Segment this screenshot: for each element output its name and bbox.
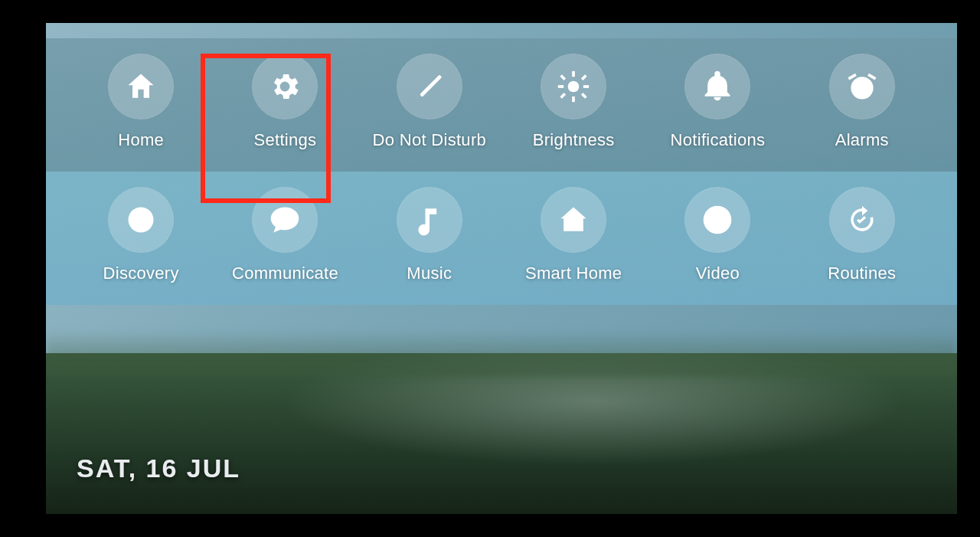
settings-label: Settings (254, 130, 317, 150)
brightness-button[interactable]: Brightness (501, 54, 645, 150)
speech-bubble-icon (252, 187, 318, 253)
svg-rect-5 (583, 85, 589, 88)
svg-rect-3 (572, 97, 575, 102)
smart-home-label: Smart Home (525, 264, 622, 283)
smart-home-button[interactable]: Smart Home (501, 187, 645, 283)
do-not-disturb-label: Do Not Disturb (373, 130, 486, 150)
gear-icon (252, 54, 318, 120)
notifications-label: Notifications (671, 130, 766, 150)
wallpaper-landscape (46, 353, 957, 514)
brightness-label: Brightness (533, 130, 615, 150)
routines-icon (829, 187, 895, 253)
notifications-button[interactable]: Notifications (645, 54, 789, 150)
home-icon (108, 54, 174, 120)
do-not-disturb-button[interactable]: Do Not Disturb (358, 54, 501, 150)
device-screen: Home Settings Do Not Disturb Brightness (46, 23, 957, 514)
alarms-label: Alarms (835, 130, 889, 150)
routines-label: Routines (828, 264, 896, 283)
moon-slash-icon (397, 54, 462, 120)
home-label: Home (118, 130, 164, 150)
home-button[interactable]: Home (69, 54, 213, 150)
svg-rect-9 (560, 93, 567, 99)
music-label: Music (407, 264, 452, 283)
video-button[interactable]: Video (645, 187, 789, 283)
alarm-clock-icon (829, 54, 895, 120)
svg-rect-19 (570, 223, 578, 224)
brightness-icon (541, 54, 606, 120)
communicate-button[interactable]: Communicate (213, 187, 357, 283)
discovery-button[interactable]: Discovery (69, 187, 213, 283)
alarms-button[interactable]: Alarms (790, 54, 934, 150)
communicate-label: Communicate (232, 264, 338, 283)
svg-rect-4 (558, 85, 564, 88)
svg-point-1 (568, 81, 580, 93)
bell-icon (684, 54, 750, 120)
discovery-label: Discovery (103, 264, 179, 283)
quick-settings-row-bottom: Discovery Communicate Music Smart Home (46, 172, 957, 305)
video-label: Video (696, 264, 740, 283)
svg-rect-12 (861, 87, 867, 90)
svg-rect-2 (572, 71, 575, 77)
date-label: SAT, 16 JUL (77, 454, 240, 483)
smart-home-icon (541, 187, 606, 253)
quick-settings-panel: Home Settings Do Not Disturb Brightness (46, 38, 957, 305)
quick-settings-row-top: Home Settings Do Not Disturb Brightness (46, 38, 957, 172)
svg-rect-7 (581, 93, 587, 99)
svg-rect-8 (581, 74, 587, 80)
play-icon (684, 187, 750, 253)
svg-rect-6 (560, 74, 567, 80)
music-button[interactable]: Music (358, 187, 501, 283)
compass-icon (108, 187, 174, 253)
settings-button[interactable]: Settings (213, 54, 357, 150)
music-note-icon (397, 187, 462, 253)
routines-button[interactable]: Routines (790, 187, 934, 283)
svg-rect-0 (420, 74, 442, 97)
